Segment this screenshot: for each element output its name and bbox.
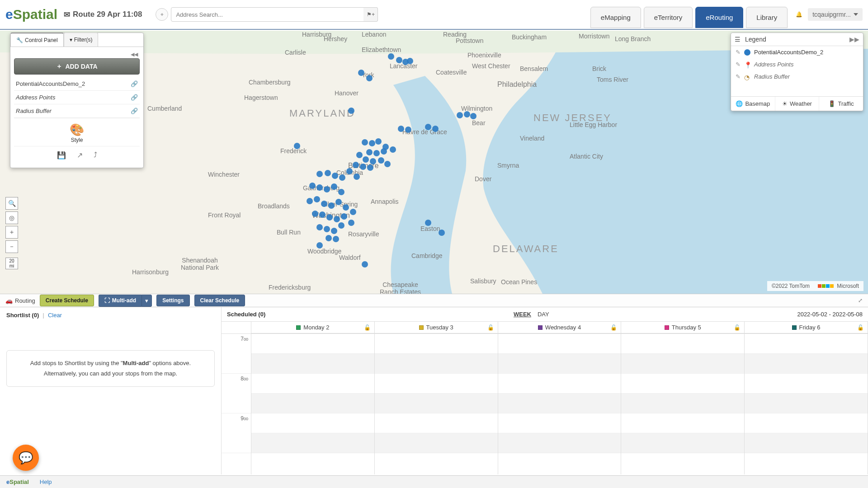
create-schedule-button[interactable]: Create Schedule	[40, 295, 94, 306]
attribution-microsoft: Microsoft	[818, 283, 859, 289]
add-pin-button[interactable]: ⚑+	[363, 7, 378, 22]
filter-icon: ▾	[70, 37, 72, 43]
routing-label: 🚗 Routing	[5, 297, 35, 304]
layer-name: PotentialAccountsDemo_2	[16, 80, 85, 87]
select-icon: ⛶	[104, 297, 110, 304]
lock-icon[interactable]: 🔓	[610, 324, 617, 331]
style-button[interactable]: 🎨 Style	[14, 118, 140, 146]
layer-row[interactable]: Address Points 🔗	[14, 91, 140, 104]
user-menu[interactable]: tcqauipgrmr...	[808, 8, 863, 21]
traffic-button[interactable]: 🚦Traffic	[819, 97, 863, 111]
legend-item-label: PotentialAccountsDemo_2	[754, 49, 823, 56]
map-label-city: Bear	[472, 119, 486, 127]
chat-button[interactable]: 💬	[13, 445, 39, 471]
legend-panel: ☰ Legend ▶▶ ✎ PotentialAccountsDemo_2 ✎ …	[731, 33, 863, 111]
day-label: Wednesday 4	[545, 324, 581, 331]
expand-panel-button[interactable]: ⤢	[858, 297, 863, 304]
map-label-city: Smyrna	[497, 162, 519, 169]
save-icon[interactable]: 💾	[57, 151, 66, 160]
day-label: Monday 2	[303, 324, 329, 331]
map-label-city: Hanover	[335, 89, 359, 97]
layer-row[interactable]: Radius Buffer 🔗	[14, 104, 140, 118]
map-label-city: Harrisonburg	[132, 268, 169, 276]
clear-schedule-button[interactable]: Clear Schedule	[194, 295, 245, 306]
eyedropper-icon: ✎	[736, 49, 741, 56]
shortlist-clear-button[interactable]: Clear	[48, 312, 62, 319]
zoom-extent-button[interactable]: ◎	[5, 211, 18, 224]
share-icon[interactable]: ↗	[77, 151, 83, 160]
day-color-chip	[538, 325, 542, 330]
locate-icon[interactable]: ⌖	[156, 8, 168, 21]
map-scale: 20 mi	[5, 258, 18, 269]
search-input[interactable]	[171, 7, 365, 22]
view-day-button[interactable]: DAY	[538, 311, 549, 318]
collapse-panel-button[interactable]: ◀◀	[14, 51, 140, 58]
add-data-button[interactable]: ＋ ADD DATA	[14, 58, 140, 75]
sun-icon: ☀	[782, 100, 788, 107]
tab-erouting[interactable]: eRouting	[695, 7, 743, 28]
globe-icon: 🌐	[736, 100, 743, 107]
notifications-icon[interactable]: 🔔	[796, 11, 802, 18]
weather-button[interactable]: ☀Weather	[775, 97, 820, 111]
expand-legend-button[interactable]: ▶▶	[849, 36, 859, 43]
multi-add-dropdown[interactable]: ▾	[142, 295, 152, 307]
tab-control-panel[interactable]: 🔧 Control Panel	[10, 33, 64, 47]
tab-filters[interactable]: ▾ Filter(s)	[64, 33, 99, 47]
legend-item[interactable]: ✎ PotentialAccountsDemo_2	[731, 46, 863, 58]
legend-item-label: Radius Buffer	[754, 73, 790, 80]
map-label-city: Carlisle	[285, 49, 306, 56]
view-week-button[interactable]: WEEK	[514, 311, 531, 318]
chat-icon: 💬	[19, 451, 33, 465]
layer-name: Address Points	[16, 94, 55, 101]
link-icon[interactable]: 🔗	[131, 94, 138, 101]
settings-button[interactable]: Settings	[156, 295, 189, 306]
layer-row[interactable]: PotentialAccountsDemo_2 🔗	[14, 77, 140, 91]
microsoft-icon	[818, 284, 834, 288]
map-label-city: Philadelphia	[497, 80, 537, 89]
map-label-city: Buckingham	[512, 33, 547, 41]
legend-item[interactable]: ✎ 📍 Address Points	[731, 58, 863, 70]
app-footer: eSpatial Help	[0, 475, 868, 488]
tab-emapping[interactable]: eMapping	[590, 7, 641, 28]
link-icon[interactable]: 🔗	[131, 108, 138, 114]
multi-add-button[interactable]: ⛶ Multi-add	[99, 295, 142, 307]
map-label-city: Long Branch	[615, 35, 651, 42]
lock-icon[interactable]: 🔓	[364, 324, 371, 331]
calendar-grid[interactable]: 700 800 900	[222, 333, 868, 474]
zoom-in-button[interactable]: ＋	[5, 226, 18, 239]
nav-tabs: eMapping eTerritory eRouting Library	[590, 1, 788, 28]
map-label-city: Woodbridge	[307, 248, 341, 255]
map-label-city: Winchester	[208, 171, 240, 178]
help-link[interactable]: Help	[40, 479, 52, 485]
map-label-city: Cumberland	[147, 105, 182, 112]
map-attribution: ©2022 TomTom Microsoft	[767, 281, 863, 291]
export-icon[interactable]: ⤴	[94, 151, 97, 160]
tab-library[interactable]: Library	[746, 7, 788, 28]
map-label-city: Cambridge	[411, 252, 442, 259]
legend-item[interactable]: ✎ ◔ Radius Buffer	[731, 70, 863, 83]
day-label: Thursday 5	[672, 324, 701, 331]
traffic-icon: 🚦	[828, 100, 835, 107]
chevron-down-icon	[854, 13, 858, 16]
map-label-city: Ocean Pines	[501, 278, 537, 286]
map-label-city: Little Egg Harbor	[570, 121, 617, 128]
lock-icon[interactable]: 🔓	[487, 324, 494, 331]
lock-icon[interactable]: 🔓	[857, 324, 864, 331]
envelope-icon: ✉	[64, 10, 70, 19]
map-label-city: Broadlands	[258, 202, 290, 210]
map-label-city: Coatesville	[436, 69, 467, 76]
basemap-button[interactable]: 🌐Basemap	[731, 97, 775, 111]
link-icon[interactable]: 🔗	[131, 80, 138, 87]
tab-eterritory[interactable]: eTerritory	[644, 7, 693, 28]
routing-toolbar: 🚗 Routing Create Schedule ⛶ Multi-add ▾ …	[0, 294, 868, 307]
day-label: Tuesday 3	[426, 324, 453, 331]
map-label-city: Dover	[475, 175, 491, 183]
map-label-park: Shenandoah National Park	[181, 257, 219, 271]
schedule-area: Shortlist (0) | Clear Add stops to Short…	[0, 307, 868, 474]
map-label-city: Bensalem	[520, 65, 548, 72]
list-icon: ☰	[735, 36, 741, 43]
day-column: Wednesday 4🔓	[498, 322, 622, 333]
zoom-search-button[interactable]: 🔍	[5, 197, 18, 210]
lock-icon[interactable]: 🔓	[734, 324, 741, 331]
zoom-out-button[interactable]: －	[5, 240, 18, 253]
